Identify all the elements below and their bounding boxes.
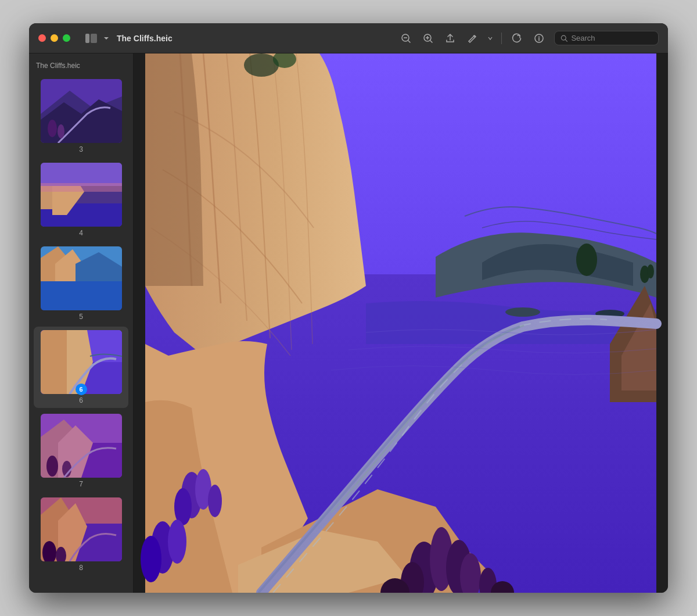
svg-rect-22 bbox=[41, 163, 122, 186]
zoom-out-icon[interactable] bbox=[399, 31, 413, 45]
svg-rect-1 bbox=[91, 34, 97, 43]
svg-point-72 bbox=[647, 264, 654, 278]
svg-rect-29 bbox=[41, 281, 122, 310]
thumbnail-6[interactable]: 6 6 bbox=[34, 327, 128, 408]
svg-point-50 bbox=[505, 307, 540, 317]
thumbnail-5-number: 5 bbox=[79, 313, 83, 321]
svg-point-70 bbox=[141, 536, 161, 582]
thumbnail-5[interactable]: 5 bbox=[34, 243, 128, 324]
info-icon[interactable] bbox=[532, 31, 546, 45]
chevron-down-icon bbox=[103, 35, 110, 42]
thumbnail-3[interactable]: 3 bbox=[34, 76, 128, 157]
svg-line-11 bbox=[565, 40, 567, 41]
thumbnail-4[interactable]: 4 bbox=[34, 159, 128, 241]
svg-point-67 bbox=[208, 485, 222, 517]
thumbnail-8-image bbox=[41, 497, 122, 561]
sidebar: The Cliffs.heic 3 bbox=[29, 53, 134, 593]
thumbnail-5-image bbox=[41, 246, 122, 310]
thumbnail-4-image bbox=[41, 163, 122, 227]
svg-rect-0 bbox=[85, 34, 89, 43]
thumbnail-4-number: 4 bbox=[79, 229, 83, 237]
main-content: The Cliffs.heic 3 bbox=[29, 53, 668, 593]
svg-point-15 bbox=[48, 120, 57, 137]
toolbar-divider bbox=[501, 33, 502, 44]
minimize-button[interactable] bbox=[51, 34, 58, 42]
annotate-chevron-icon[interactable] bbox=[487, 35, 493, 41]
svg-point-39 bbox=[46, 456, 58, 477]
thumbnail-6-number: 6 bbox=[79, 396, 83, 404]
thumbnail-8-number: 8 bbox=[79, 564, 83, 572]
svg-point-16 bbox=[58, 124, 64, 138]
maximize-button[interactable] bbox=[63, 34, 70, 42]
file-title: The Cliffs.heic bbox=[117, 34, 173, 43]
sidebar-toggle-icon[interactable] bbox=[84, 31, 98, 45]
thumbnail-7[interactable]: 7 bbox=[34, 410, 128, 492]
svg-rect-23 bbox=[41, 183, 122, 192]
main-image-view bbox=[134, 53, 668, 593]
main-illustration bbox=[134, 53, 668, 593]
zoom-in-icon[interactable] bbox=[421, 31, 435, 45]
rotate-icon[interactable] bbox=[510, 31, 524, 45]
svg-point-53 bbox=[576, 243, 597, 276]
svg-line-4 bbox=[408, 41, 410, 42]
titlebar: The Cliffs.heic bbox=[29, 23, 668, 53]
search-icon bbox=[561, 34, 567, 42]
thumbnail-7-number: 7 bbox=[79, 480, 83, 488]
app-window: The Cliffs.heic bbox=[29, 23, 668, 593]
thumbnail-8[interactable]: 8 bbox=[34, 494, 128, 575]
close-button[interactable] bbox=[38, 34, 46, 42]
thumbnail-6-badge: 6 bbox=[76, 384, 87, 395]
thumbnail-3-image bbox=[41, 79, 122, 143]
traffic-lights bbox=[38, 34, 70, 42]
thumbnail-3-number: 3 bbox=[79, 145, 83, 153]
sidebar-header: The Cliffs.heic bbox=[29, 58, 133, 74]
search-input[interactable] bbox=[571, 34, 652, 42]
svg-point-69 bbox=[168, 520, 186, 564]
titlebar-actions bbox=[399, 31, 659, 45]
share-icon[interactable] bbox=[443, 31, 457, 45]
svg-line-8 bbox=[430, 41, 432, 42]
search-bar[interactable] bbox=[554, 31, 659, 45]
thumbnail-7-image bbox=[41, 414, 122, 478]
annotate-icon[interactable] bbox=[465, 31, 479, 45]
